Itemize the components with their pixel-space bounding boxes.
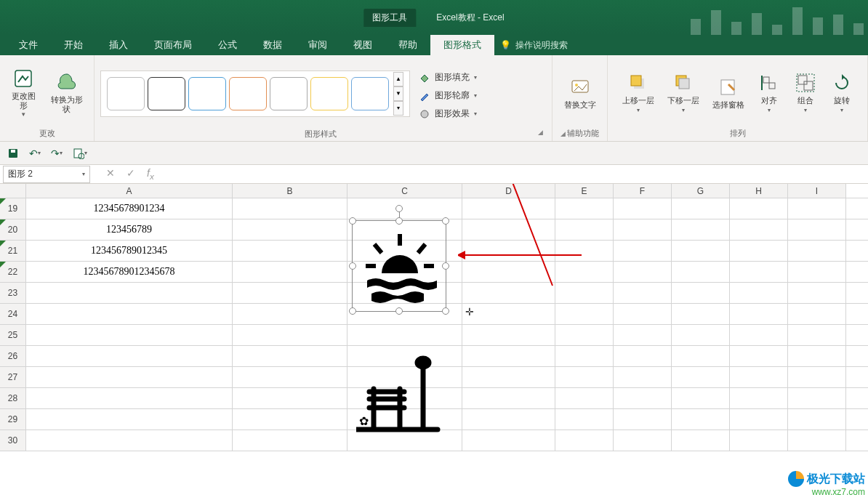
cell[interactable]	[555, 430, 614, 451]
resize-handle[interactable]	[442, 262, 449, 270]
cell[interactable]	[462, 241, 555, 261]
cell[interactable]	[730, 241, 788, 261]
dialog-launcher-icon[interactable]: ◢	[560, 130, 566, 137]
cell[interactable]	[788, 409, 846, 430]
resize-handle[interactable]	[442, 307, 449, 315]
cell[interactable]	[730, 304, 788, 324]
tab-view[interactable]: 视图	[340, 35, 385, 55]
resize-handle[interactable]	[349, 307, 356, 315]
cell[interactable]	[233, 430, 347, 451]
rotate-button[interactable]: 旋转▾	[827, 70, 856, 115]
cell[interactable]	[730, 219, 788, 240]
cell[interactable]	[614, 325, 672, 345]
style-preset-5[interactable]	[270, 77, 308, 110]
tab-pagelayout[interactable]: 页面布局	[141, 35, 205, 55]
cell[interactable]	[788, 262, 846, 282]
tab-review[interactable]: 审阅	[295, 35, 340, 55]
cell[interactable]	[26, 388, 233, 408]
cell[interactable]	[462, 262, 555, 282]
cell[interactable]	[672, 198, 730, 219]
cell[interactable]	[233, 388, 347, 408]
cell[interactable]	[788, 430, 846, 451]
cell[interactable]	[672, 325, 730, 345]
cell[interactable]	[614, 219, 672, 240]
cell[interactable]	[462, 346, 555, 366]
column-header-B[interactable]: B	[233, 184, 347, 198]
gallery-scroll-up[interactable]: ▲	[393, 72, 403, 86]
cell[interactable]	[555, 325, 614, 345]
redo-button[interactable]: ↷ ▾	[51, 148, 63, 159]
cell[interactable]: 123456789	[26, 219, 233, 240]
cell[interactable]	[462, 198, 555, 219]
shape-fill-button[interactable]: 图形填充 ▾	[419, 71, 477, 84]
select-all-corner[interactable]	[0, 184, 26, 198]
cell[interactable]	[788, 241, 846, 261]
tab-file[interactable]: 文件	[6, 35, 51, 55]
cell[interactable]	[614, 430, 672, 451]
cell[interactable]	[730, 262, 788, 282]
formula-input[interactable]	[167, 166, 868, 183]
cell[interactable]	[555, 346, 614, 366]
cell[interactable]	[555, 367, 614, 387]
cell[interactable]	[788, 367, 846, 387]
row-header-29[interactable]: 29	[0, 409, 26, 430]
column-header-H[interactable]: H	[730, 184, 788, 198]
cancel-formula-button[interactable]: ✕	[106, 167, 115, 181]
tab-graphics-format[interactable]: 图形格式	[430, 35, 494, 55]
style-preset-3[interactable]	[188, 77, 226, 110]
cell[interactable]	[347, 325, 462, 345]
resize-handle[interactable]	[395, 217, 403, 225]
resize-handle[interactable]	[395, 307, 403, 315]
row-header-22[interactable]: 22	[0, 262, 26, 282]
tell-me[interactable]: 💡 操作说明搜索	[500, 39, 568, 52]
cell[interactable]	[788, 283, 846, 303]
tab-formulas[interactable]: 公式	[205, 35, 250, 55]
cell[interactable]	[462, 367, 555, 387]
cell[interactable]	[730, 367, 788, 387]
cell[interactable]	[462, 409, 555, 430]
row-header-28[interactable]: 28	[0, 388, 26, 408]
cell[interactable]	[26, 367, 233, 387]
cell[interactable]	[26, 430, 233, 451]
column-header-G[interactable]: G	[672, 184, 730, 198]
cell[interactable]	[233, 198, 347, 219]
gallery-more[interactable]: ▾	[393, 101, 403, 116]
worksheet-grid[interactable]: ABCDEFGHI 191234567890123420123456789211…	[0, 184, 868, 500]
cell[interactable]	[462, 304, 555, 324]
cell[interactable]	[614, 283, 672, 303]
send-backward-button[interactable]: 下移一层▾	[664, 70, 702, 115]
cell[interactable]	[233, 325, 347, 345]
cell[interactable]	[672, 219, 730, 240]
row-header-24[interactable]: 24	[0, 304, 26, 324]
cell[interactable]	[614, 241, 672, 261]
row-header-25[interactable]: 25	[0, 325, 26, 345]
column-header-D[interactable]: D	[462, 184, 555, 198]
cell[interactable]	[462, 283, 555, 303]
cell[interactable]	[672, 262, 730, 282]
column-header-C[interactable]: C	[347, 184, 462, 198]
print-preview-button[interactable]: ▾	[73, 148, 87, 159]
cell[interactable]: 123456789012345	[26, 241, 233, 261]
cell[interactable]	[233, 241, 347, 261]
cell[interactable]	[672, 283, 730, 303]
tab-data[interactable]: 数据	[250, 35, 295, 55]
cell[interactable]	[788, 304, 846, 324]
resize-handle[interactable]	[349, 217, 356, 225]
row-header-30[interactable]: 30	[0, 430, 26, 451]
cell[interactable]	[788, 219, 846, 240]
cell[interactable]	[614, 198, 672, 219]
name-box[interactable]: 图形 2 ▾	[3, 166, 90, 183]
save-button[interactable]	[7, 148, 19, 159]
convert-to-shape-button[interactable]: 转换为形状	[45, 69, 88, 115]
cell[interactable]	[730, 325, 788, 345]
cell[interactable]	[233, 367, 347, 387]
cell[interactable]	[788, 198, 846, 219]
bring-forward-button[interactable]: 上移一层▾	[619, 70, 657, 115]
row-header-19[interactable]: 19	[0, 198, 26, 219]
cell[interactable]	[26, 283, 233, 303]
column-header-I[interactable]: I	[788, 184, 846, 198]
tab-home[interactable]: 开始	[51, 35, 96, 55]
shape-park-bench[interactable]: ✿	[356, 355, 443, 435]
resize-handle[interactable]	[349, 262, 356, 270]
style-preset-2[interactable]	[148, 77, 185, 110]
